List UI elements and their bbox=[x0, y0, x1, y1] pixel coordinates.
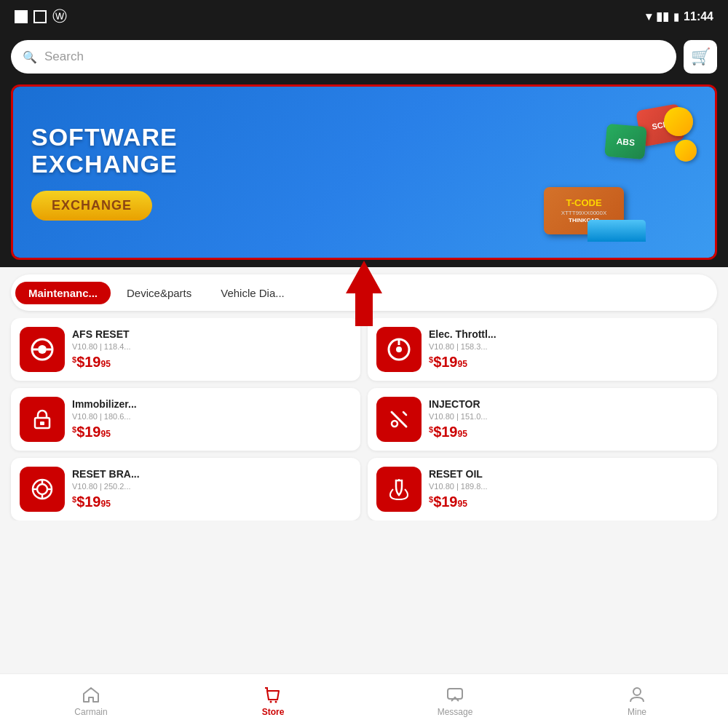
product-info-reset-bra: RESET BRA... V10.80 | 250.2... $$1995 bbox=[72, 468, 352, 510]
product-price-reset-oil: $$1995 bbox=[429, 494, 708, 510]
carmain-icon bbox=[82, 685, 100, 704]
svg-point-7 bbox=[396, 347, 402, 352]
float-card-abs: ABS bbox=[604, 123, 647, 159]
product-info-injector: INJECTOR V10.80 | 151.0... $$1995 bbox=[429, 398, 708, 440]
coin-1 bbox=[664, 107, 693, 136]
arrow-svg bbox=[342, 261, 386, 326]
product-info-immobilizer: Immobilizer... V10.80 | 180.6... $$1995 bbox=[72, 398, 352, 440]
store-icon bbox=[264, 685, 282, 704]
product-version-immobilizer: V10.80 | 180.6... bbox=[72, 412, 352, 421]
product-version-afs-reset: V10.80 | 118.4... bbox=[72, 342, 352, 351]
svg-point-14 bbox=[37, 484, 47, 494]
exchange-button[interactable]: EXCHANGE bbox=[31, 191, 152, 221]
product-card-throttle[interactable]: Elec. Throttl... V10.80 | 158.3... $$199… bbox=[368, 318, 717, 381]
product-name-injector: INJECTOR bbox=[429, 398, 708, 410]
product-version-injector: V10.80 | 151.0... bbox=[429, 412, 708, 421]
svg-point-2 bbox=[38, 345, 47, 354]
product-price-immobilizer: $$1995 bbox=[72, 424, 352, 440]
svg-line-10 bbox=[392, 412, 406, 427]
message-icon bbox=[446, 685, 464, 704]
app-content: 🔍 Search 🛒 SOFTWAREEXCHANGE EXCHANGE SCR… bbox=[0, 33, 728, 728]
banner-title: SOFTWAREEXCHANGE bbox=[31, 124, 178, 178]
battery-icon: ▮ bbox=[673, 11, 679, 23]
status-icon-1 bbox=[15, 10, 28, 23]
product-name-reset-oil: RESET OIL bbox=[429, 468, 708, 480]
product-version-reset-oil: V10.80 | 189.8... bbox=[429, 482, 708, 491]
product-price-reset-bra: $$1995 bbox=[72, 494, 352, 510]
products-grid: AFS RESET V10.80 | 118.4... $$1995 Elec.… bbox=[0, 318, 728, 521]
arrow-container bbox=[342, 261, 386, 329]
product-price-afs-reset: $$1995 bbox=[72, 354, 352, 371]
nav-message[interactable]: Message bbox=[364, 685, 546, 717]
svg-point-12 bbox=[392, 421, 397, 427]
status-icon-2 bbox=[33, 10, 47, 23]
nav-mine-label: Mine bbox=[628, 707, 646, 717]
svg-point-21 bbox=[275, 701, 277, 703]
product-card-injector[interactable]: INJECTOR V10.80 | 151.0... $$1995 bbox=[368, 388, 717, 451]
product-name-reset-bra: RESET BRA... bbox=[72, 468, 352, 480]
nav-carmain[interactable]: Carmain bbox=[0, 685, 182, 717]
bottom-nav: Carmain Store Message Mine bbox=[0, 673, 728, 728]
banner-container: SOFTWAREEXCHANGE EXCHANGE SCR ABS T-CODE… bbox=[0, 81, 728, 267]
product-price-throttle: $$1995 bbox=[429, 354, 708, 371]
wechat-icon: ⓦ bbox=[52, 7, 67, 26]
nav-store-label: Store bbox=[262, 707, 285, 717]
product-icon-afs-reset bbox=[20, 327, 65, 372]
wifi-icon: ▾ bbox=[646, 9, 652, 23]
svg-point-23 bbox=[633, 688, 641, 695]
tcode-sub: XTTT99XX0000X bbox=[561, 210, 607, 216]
tcode-label: T-CODE bbox=[566, 197, 601, 208]
svg-line-11 bbox=[403, 412, 406, 415]
product-name-immobilizer: Immobilizer... bbox=[72, 398, 352, 410]
search-bar[interactable]: 🔍 Search bbox=[11, 40, 676, 74]
nav-store[interactable]: Store bbox=[182, 685, 364, 717]
search-placeholder: Search bbox=[44, 50, 84, 64]
product-card-reset-bra[interactable]: RESET BRA... V10.80 | 250.2... $$1995 bbox=[11, 458, 360, 521]
tab-maintenance[interactable]: Maintenanc... bbox=[15, 282, 111, 304]
product-icon-reset-bra bbox=[20, 467, 65, 512]
product-name-afs-reset: AFS RESET bbox=[72, 328, 352, 340]
mine-icon bbox=[628, 685, 646, 704]
status-right: ▾ ▮▮ ▮ 11:44 bbox=[646, 9, 713, 23]
banner-border: SOFTWAREEXCHANGE EXCHANGE SCR ABS T-CODE… bbox=[11, 84, 717, 260]
product-card-reset-oil[interactable]: RESET OIL V10.80 | 189.8... $$1995 bbox=[368, 458, 717, 521]
nav-message-label: Message bbox=[438, 707, 473, 717]
tab-vehicle-dia[interactable]: Vehicle Dia... bbox=[207, 282, 298, 304]
cart-button[interactable]: 🛒 bbox=[684, 40, 717, 74]
status-bar: ⓦ ▾ ▮▮ ▮ 11:44 bbox=[0, 0, 728, 33]
product-price-injector: $$1995 bbox=[429, 424, 708, 440]
product-info-reset-oil: RESET OIL V10.80 | 189.8... $$1995 bbox=[429, 468, 708, 510]
product-name-throttle: Elec. Throttl... bbox=[429, 328, 708, 340]
product-version-reset-bra: V10.80 | 250.2... bbox=[72, 482, 352, 491]
product-icon-reset-oil bbox=[376, 467, 422, 512]
pedestal bbox=[587, 220, 646, 242]
svg-point-20 bbox=[270, 701, 272, 703]
coin-2 bbox=[675, 140, 697, 162]
product-card-afs-reset[interactable]: AFS RESET V10.80 | 118.4... $$1995 bbox=[11, 318, 360, 381]
status-left: ⓦ bbox=[15, 7, 67, 26]
banner[interactable]: SOFTWAREEXCHANGE EXCHANGE SCR ABS T-CODE… bbox=[13, 87, 715, 258]
product-info-afs-reset: AFS RESET V10.80 | 118.4... $$1995 bbox=[72, 328, 352, 371]
product-card-immobilizer[interactable]: Immobilizer... V10.80 | 180.6... $$1995 bbox=[11, 388, 360, 451]
svg-marker-0 bbox=[346, 261, 382, 326]
status-time: 11:44 bbox=[684, 10, 713, 23]
product-icon-immobilizer bbox=[20, 397, 65, 442]
product-icon-injector bbox=[376, 397, 422, 442]
search-bar-area: 🔍 Search 🛒 bbox=[0, 33, 728, 81]
banner-left: SOFTWAREEXCHANGE EXCHANGE bbox=[31, 124, 178, 221]
banner-right: SCR ABS T-CODE XTTT99XX0000X THINKCAR bbox=[537, 103, 697, 242]
svg-rect-9 bbox=[40, 422, 44, 425]
cart-icon: 🛒 bbox=[691, 47, 711, 66]
product-info-throttle: Elec. Throttl... V10.80 | 158.3... $$199… bbox=[429, 328, 708, 371]
product-icon-throttle bbox=[376, 327, 422, 372]
signal-icon: ▮▮ bbox=[656, 9, 669, 23]
product-version-throttle: V10.80 | 158.3... bbox=[429, 342, 708, 351]
nav-mine[interactable]: Mine bbox=[546, 685, 728, 717]
nav-carmain-label: Carmain bbox=[74, 707, 107, 717]
tab-device-parts[interactable]: Device&parts bbox=[114, 282, 205, 304]
search-icon: 🔍 bbox=[23, 50, 37, 64]
